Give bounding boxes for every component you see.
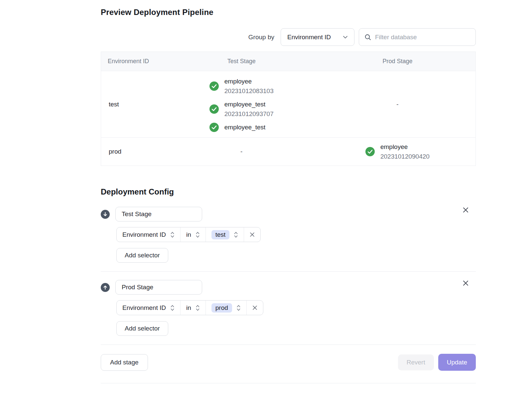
up-down-chevron-icon [196,231,200,238]
footer-actions: Revert Update [398,354,476,371]
empty-stage-dash: - [240,148,242,155]
success-check-icon [209,104,219,114]
up-down-chevron-icon [170,304,175,312]
environment-cell: prod [101,138,164,166]
add-selector-button[interactable]: Add selector [116,248,168,263]
up-down-chevron-icon [234,231,238,238]
selector-key-value: Environment ID [122,231,166,238]
database-name: employee [380,142,430,152]
stage-header [101,207,476,221]
bottom-divider [101,383,476,383]
stage-header [101,280,476,295]
selector-operator-value: in [186,304,191,312]
up-down-chevron-icon [236,304,241,312]
search-icon [364,34,371,41]
move-stage-down-button[interactable] [101,210,110,219]
update-button[interactable]: Update [438,354,476,371]
remove-selector-button[interactable] [244,227,260,242]
database-name: employee [224,76,274,86]
selector-key-select[interactable]: Environment ID [117,301,181,315]
add-stage-button[interactable]: Add stage [101,354,148,371]
deployment-task: employee_test 20231012093707 [209,99,274,119]
remove-stage-button[interactable] [461,278,470,288]
section-divider [101,344,476,345]
test-stage-cell: - [164,138,320,166]
stage-block-test: Environment ID in test Add selector [101,207,476,263]
table-row-test: test employee 20231012083103 employee_te… [101,71,475,137]
deployment-task-text: employee 20231012083103 [224,76,274,96]
group-by-select[interactable]: Environment ID [281,28,354,46]
close-icon [462,206,469,213]
column-header-prod-stage: Prod Stage [320,58,475,65]
config-footer: Add stage Revert Update [101,354,476,371]
chevron-down-icon [343,36,348,39]
selector-value-tag: prod [211,303,232,313]
group-by-selected-value: Environment ID [287,34,331,41]
stage-name-input[interactable] [115,207,202,221]
success-check-icon [365,147,375,156]
close-icon [252,305,258,311]
selector-value-tag: test [211,230,230,239]
selector-operator-select[interactable]: in [181,227,206,242]
pipeline-toolbar: Group by Environment ID [101,28,476,46]
selector-operator-value: in [186,231,191,238]
remove-stage-button[interactable] [461,205,470,215]
environment-cell: test [101,71,164,137]
stage-name-input[interactable] [115,280,202,295]
database-name: employee_test [224,122,266,132]
success-check-icon [209,123,219,132]
schema-version: 20231012090420 [380,152,430,161]
page-title: Preview Deployment Pipeline [101,0,476,17]
deployment-task-text: employee_test [224,122,266,132]
deployment-task: employee_test [209,122,266,132]
pipeline-table-header: Environment ID Test Stage Prod Stage [101,52,475,71]
success-check-icon [209,81,219,91]
close-icon [249,232,255,237]
column-header-environment-id: Environment ID [101,58,164,65]
selector-values-select[interactable]: prod [206,301,247,315]
database-name: employee_test [224,99,274,109]
schema-version: 20231012093707 [224,109,274,119]
deployment-task: employee 20231012083103 [209,76,274,96]
main-panel: Preview Deployment Pipeline Group by Env… [101,0,476,383]
selector-rule: Environment ID in prod [116,300,263,315]
stage-block-prod: Environment ID in prod Add selector [101,280,476,336]
deployment-task-text: employee_test 20231012093707 [224,99,274,119]
move-stage-up-button[interactable] [101,283,110,292]
revert-button[interactable]: Revert [398,354,434,370]
table-row-prod: prod - employee 20231012090420 [101,137,475,166]
deployment-config-heading: Deployment Config [101,187,476,197]
remove-selector-button[interactable] [247,301,263,315]
empty-stage-dash: - [396,101,398,108]
arrow-up-icon [102,285,108,290]
prod-stage-cell: - [320,71,475,137]
group-by-label: Group by [248,34,274,41]
test-stage-cell: employee 20231012083103 employee_test 20… [164,71,320,137]
deployment-task-text: employee 20231012090420 [380,142,430,161]
up-down-chevron-icon [196,304,200,312]
selector-operator-select[interactable]: in [181,301,206,315]
prod-stage-cell: employee 20231012090420 [320,138,475,166]
pipeline-table: Environment ID Test Stage Prod Stage tes… [101,52,476,166]
deployment-task-list: employee 20231012083103 employee_test 20… [209,71,274,137]
filter-database-input[interactable] [359,28,476,46]
selector-key-value: Environment ID [122,304,166,312]
schema-version: 20231012083103 [224,86,274,96]
selector-rule: Environment ID in test [116,227,261,242]
selector-values-select[interactable]: test [206,227,244,242]
arrow-down-icon [102,211,108,217]
section-divider [101,271,476,272]
up-down-chevron-icon [170,231,175,238]
selector-key-select[interactable]: Environment ID [117,227,181,242]
close-icon [462,280,469,287]
column-header-test-stage: Test Stage [164,58,320,65]
add-selector-button[interactable]: Add selector [116,321,168,336]
filter-database-wrap [359,28,476,46]
deployment-task: employee 20231012090420 [365,142,430,161]
